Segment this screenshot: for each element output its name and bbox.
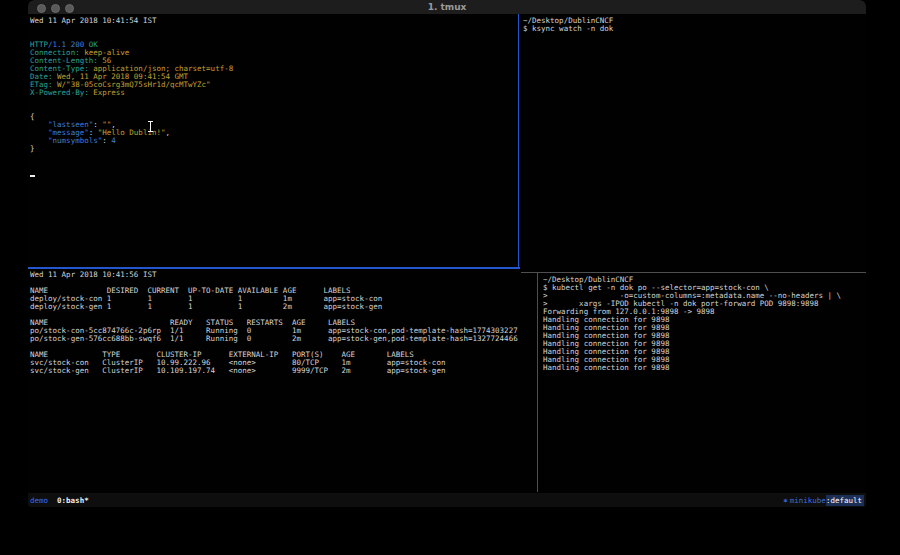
helm-wheel-icon: ⎈ bbox=[783, 496, 788, 505]
window-title: 1. tmux bbox=[28, 0, 866, 14]
terminal-line bbox=[30, 97, 516, 105]
terminal-line: X-Powered-By: Express bbox=[30, 89, 516, 97]
pane-port-forward[interactable]: ~/Desktop/DublinCNCF$ kubectl get -n dok… bbox=[543, 276, 864, 489]
tmux-session-name: demo bbox=[30, 496, 48, 505]
terminal-line: po/stock-gen-576cc688bb-swqf6 1/1 Runnin… bbox=[30, 335, 535, 343]
terminal-line: svc/stock-gen ClusterIP 10.109.197.74 <n… bbox=[30, 367, 535, 375]
pane-border-vertical-active bbox=[518, 14, 519, 268]
minimize-button[interactable] bbox=[51, 4, 60, 13]
close-button[interactable] bbox=[37, 4, 46, 13]
terminal-line: } bbox=[30, 145, 516, 153]
traffic-lights bbox=[37, 4, 74, 13]
terminal-line bbox=[30, 153, 516, 161]
text-segment: deploy/stock-gen 1 1 1 1 2m app=stock-ge… bbox=[30, 302, 382, 311]
kube-context-indicator: ⎈ minikube :default bbox=[783, 495, 864, 506]
tmux-status-bar: demo 0:bash* ⎈ minikube :default bbox=[28, 493, 866, 507]
tmux-workspace: Wed 11 Apr 2018 10:41:54 IST HTTP/1.1 20… bbox=[28, 14, 866, 493]
terminal-window: 1. tmux Wed 11 Apr 2018 10:41:54 IST HTT… bbox=[28, 0, 866, 507]
text-segment: X-Powered-By: bbox=[30, 88, 89, 97]
tmux-window-tab[interactable]: 0:bash* bbox=[57, 496, 89, 505]
text-segment: Handling connection for 9898 bbox=[543, 363, 669, 372]
pane-border-vertical bbox=[537, 273, 538, 492]
text-segment: po/stock-gen-576cc688bb-swqf6 1/1 Runnin… bbox=[30, 334, 518, 343]
block-cursor bbox=[30, 169, 35, 177]
zoom-button[interactable] bbox=[65, 4, 74, 13]
pane-ksync[interactable]: ~/Desktop/DublinCNCF$ ksync watch -n dok bbox=[523, 17, 864, 265]
pane-http-response[interactable]: Wed 11 Apr 2018 10:41:54 IST HTTP/1.1 20… bbox=[30, 17, 516, 265]
text-segment: Express bbox=[89, 88, 125, 97]
terminal-line bbox=[30, 25, 516, 33]
text-segment: Wed 11 Apr 2018 10:41:54 IST bbox=[30, 17, 156, 25]
pane-border-horizontal bbox=[521, 272, 866, 273]
text-segment: "numsymbols" bbox=[48, 136, 102, 145]
terminal-line bbox=[30, 161, 516, 169]
pane-kubectl-get[interactable]: Wed 11 Apr 2018 10:41:56 IST NAME DESIRE… bbox=[30, 271, 535, 489]
text-segment: 4 bbox=[111, 136, 116, 145]
terminal-line: Wed 11 Apr 2018 10:41:56 IST bbox=[30, 271, 535, 279]
text-segment: svc/stock-gen ClusterIP 10.109.197.74 <n… bbox=[30, 366, 445, 375]
terminal-line bbox=[30, 33, 516, 41]
terminal-line: deploy/stock-gen 1 1 1 1 2m app=stock-ge… bbox=[30, 303, 535, 311]
text-segment: : bbox=[102, 136, 111, 145]
mouse-ibeam-cursor bbox=[147, 121, 154, 132]
text-segment: $ ksync watch -n dok bbox=[523, 24, 613, 33]
kube-namespace: :default bbox=[826, 495, 864, 506]
window-titlebar[interactable]: 1. tmux bbox=[28, 0, 866, 14]
terminal-line: $ ksync watch -n dok bbox=[523, 25, 864, 33]
pane-border-horizontal-active bbox=[28, 267, 520, 269]
terminal-line bbox=[30, 105, 516, 113]
terminal-line: Wed 11 Apr 2018 10:41:54 IST bbox=[30, 17, 516, 25]
kube-context: minikube bbox=[790, 496, 826, 505]
terminal-line bbox=[30, 169, 516, 177]
text-segment: Wed 11 Apr 2018 10:41:56 IST bbox=[30, 271, 156, 279]
text-segment: , bbox=[165, 128, 170, 137]
terminal-line: Handling connection for 9898 bbox=[543, 364, 864, 372]
terminal-line: "numsymbols": 4 bbox=[30, 137, 516, 145]
